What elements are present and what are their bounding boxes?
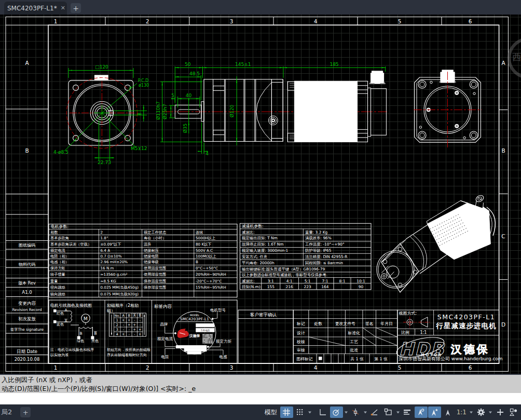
drawing-stroke — [199, 67, 203, 68]
drawing-stroke — [178, 98, 182, 99]
label: 工作电压 — [200, 329, 210, 332]
table-cell: ≈13560 g.cm² — [101, 272, 128, 277]
polar-tracking-icon[interactable] — [330, 407, 343, 418]
annotation-scale-caret[interactable] — [469, 407, 474, 418]
drawing-stroke — [175, 76, 179, 77]
panel-title: 磁） — [106, 308, 115, 313]
model-space-button[interactable]: 模型 — [262, 407, 280, 418]
isolate-objects-icon[interactable] — [507, 407, 520, 418]
label: A — [133, 314, 136, 318]
drawing-stroke — [207, 340, 208, 341]
drawing-stroke — [363, 337, 376, 346]
label: + — [139, 332, 142, 336]
zone-col-top: 2 — [146, 18, 149, 24]
annotation-scale-value[interactable]: 1:1 — [455, 409, 468, 416]
drawing-stroke — [377, 251, 414, 288]
title-model: SMC4203PF-L1 — [437, 313, 495, 321]
drawing-stroke — [102, 84, 137, 113]
drawing-stroke — [205, 341, 206, 342]
drawing-stroke — [79, 327, 92, 329]
table-cell: 防护等级: IP65 — [305, 248, 332, 253]
label: 变更内容 — [18, 301, 36, 306]
label: - — [139, 323, 141, 327]
table-cell: 使用温度范围 — [144, 266, 166, 270]
drawing-stroke — [196, 98, 200, 99]
table-cell: 15%RH~95%RH — [196, 285, 226, 290]
label: B — [139, 314, 141, 318]
label: 签字The signature — [10, 327, 44, 332]
drawing-stroke — [236, 79, 237, 83]
new-tab-button[interactable]: + — [71, 3, 81, 13]
polar-tracking-caret[interactable] — [344, 407, 349, 418]
table-cell: 155 — [267, 284, 275, 289]
table-cell: 寿命（小时） — [144, 236, 166, 240]
command-input[interactable] — [0, 393, 521, 404]
label: 年月日 — [380, 321, 392, 326]
drawing-canvas[interactable]: 1 1 2 2 3 3 4 4 5 5 6 6 A B A B C D 图纸编码… — [0, 15, 521, 374]
dynamic-input-icon[interactable] — [382, 407, 395, 418]
table-cell: 故障停止扭矩: 1.6T Nm — [242, 242, 284, 247]
drawing-stroke — [211, 337, 212, 338]
annotation-autoscale-icon[interactable] — [428, 407, 441, 418]
angle-snap-icon[interactable] — [368, 407, 381, 418]
settings-gear-icon[interactable] — [474, 407, 487, 418]
snap-mode-caret[interactable] — [307, 407, 312, 418]
table-cell: 500V A.C — [196, 248, 213, 253]
grid-display-icon[interactable] — [280, 407, 293, 418]
tab-close-icon[interactable]: ✕ — [61, 5, 65, 11]
dynamic-input-caret[interactable] — [395, 407, 401, 418]
table-cell: 0.025 MM(负载450g) — [101, 285, 139, 290]
customize-plus-icon[interactable] — [493, 407, 506, 418]
table-cell: 5:1 — [305, 279, 311, 283]
excitation-panel: 励磁顺序（2相励 磁） No. A B A B 1 + + - - 2 - + … — [106, 303, 150, 357]
label: No. — [115, 314, 120, 317]
layout-tab[interactable]: 局2 — [0, 408, 15, 417]
drawing-stroke — [71, 311, 72, 321]
label: Revision Record — [12, 307, 42, 312]
drawing-stroke — [208, 334, 209, 335]
dim-label: Ø35 — [183, 124, 188, 133]
table-cell: 4:1 — [286, 279, 293, 283]
lineweight-icon[interactable] — [401, 407, 414, 418]
drawing-stroke — [213, 313, 217, 319]
drawing-stroke — [363, 328, 376, 337]
drawing-stroke — [175, 332, 176, 334]
label: 日期 Date — [17, 349, 37, 354]
ortho-mode-icon[interactable] — [317, 407, 330, 418]
label: + — [133, 328, 136, 332]
document-tab[interactable]: SMC4203PF-L1* ✕ — [4, 2, 67, 15]
drawing-stroke — [471, 133, 476, 138]
label: 版本 Rev — [18, 281, 36, 286]
table-cell: 额定工作状态 — [144, 230, 167, 235]
company-line: 深圳市德智高新有限公司 www.handerburg.com — [399, 356, 503, 361]
dim-label: 40 — [186, 93, 192, 98]
drawing-stroke — [387, 266, 399, 278]
drawing-stroke — [211, 335, 212, 336]
drawing-stroke — [208, 337, 209, 338]
drawing-stroke — [162, 82, 163, 86]
settings-gear-caret[interactable] — [488, 407, 493, 418]
annotation-scale-icon[interactable] — [442, 407, 455, 418]
label: 注：电机引出线颜色和线序 — [50, 347, 94, 352]
object-snap-icon[interactable] — [349, 407, 362, 418]
drawing-stroke — [295, 81, 358, 142]
label: + — [128, 318, 131, 322]
table-cell: 80 K以下 — [196, 242, 212, 247]
label: 物料代码 — [18, 262, 35, 267]
label: 初始方向．按所表的励磁顺 — [106, 347, 150, 352]
drawing-stroke — [188, 121, 189, 125]
label: 品牌 — [160, 322, 168, 327]
drawing-stroke — [211, 341, 212, 342]
title-block: 客户签字确认 标记 处数 更改文件号 签名 年月日 设计 标准化 校核 工艺 审… — [238, 310, 397, 363]
dim-label: 5 — [171, 93, 174, 98]
label: A — [64, 319, 67, 323]
object-snap-caret[interactable] — [363, 407, 368, 418]
zone-col-bottom: 5 — [398, 364, 402, 371]
layout-add-button[interactable]: + — [20, 407, 31, 417]
zone-row-left: B — [25, 147, 29, 154]
drawing-stroke — [205, 342, 206, 343]
drawing-stroke — [95, 157, 99, 158]
label: B — [128, 314, 130, 318]
annotation-visibility-icon[interactable] — [415, 407, 428, 418]
snap-mode-icon[interactable] — [294, 407, 307, 418]
